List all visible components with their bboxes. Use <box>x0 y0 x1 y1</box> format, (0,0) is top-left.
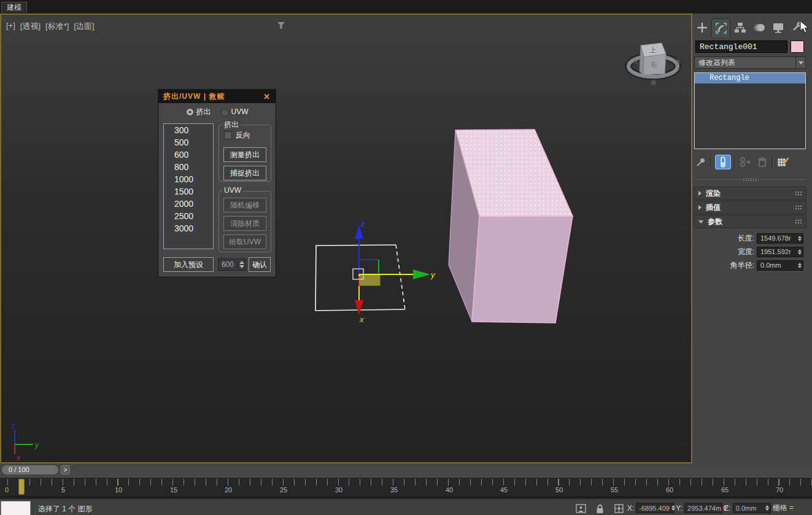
spinner-arrows[interactable] <box>796 263 803 268</box>
dialog-close-icon[interactable]: ✕ <box>263 92 271 101</box>
viewcube-top-text: 上 <box>649 46 656 53</box>
3dsmax-window: 建模 [+] [透视] [标准*] [边面] 西 东 南 上 右 <box>0 0 812 515</box>
snap-extrude-button[interactable]: 捕捉挤出 <box>223 166 266 180</box>
track-label: 45 <box>500 486 508 494</box>
invert-checkbox-row[interactable]: 反向 <box>224 130 250 141</box>
mini-listener[interactable] <box>1 501 31 515</box>
spinner-arrows[interactable] <box>764 505 770 511</box>
viewport-menu-edged-faces[interactable]: [边面] <box>74 21 94 32</box>
rollout-rendering[interactable]: 渲染 <box>694 187 806 200</box>
width-field[interactable]: 1951.592r <box>757 247 803 257</box>
tab-display[interactable] <box>768 18 787 37</box>
param-length-row: 长度: 1549.678r <box>738 233 803 244</box>
track-label: 50 <box>555 486 563 494</box>
panel-splitter[interactable] <box>695 179 806 180</box>
x-coordinate-field[interactable]: -6895.409 <box>636 503 674 513</box>
measure-extrude-button[interactable]: 测量挤出 <box>223 147 266 162</box>
spinner-arrows[interactable] <box>670 505 676 511</box>
y-coordinate-field[interactable]: 2953.474m <box>684 503 722 513</box>
status-icons <box>576 503 624 514</box>
absolute-mode-icon[interactable] <box>614 503 624 514</box>
tab-utilities[interactable] <box>787 18 806 37</box>
preset-item[interactable]: 300 <box>164 124 213 136</box>
preset-item[interactable]: 2500 <box>164 210 213 222</box>
track-label: 35 <box>390 486 398 494</box>
dialog-titlebar[interactable]: 挤出/UVW | 救赎 ✕ <box>158 90 276 103</box>
isolate-selection-icon[interactable] <box>576 504 586 513</box>
viewport-menu-shading[interactable]: [标准*] <box>45 21 69 32</box>
radio-uvw[interactable]: UVW <box>221 107 249 116</box>
preset-list[interactable]: 300 500 600 800 1000 1500 2000 2500 3000 <box>163 123 214 249</box>
tab-hierarchy[interactable] <box>730 18 749 37</box>
rollout-interpolation[interactable]: 插值 <box>694 201 806 214</box>
extrude-group-label: 挤出 <box>222 120 241 130</box>
random-offset-button[interactable]: 随机偏移 <box>223 198 266 212</box>
uvw-group: UVW 随机偏移 清除材质 拾取UVW <box>218 191 271 252</box>
spinner-arrows[interactable] <box>796 249 803 255</box>
chevron-right-icon <box>698 191 702 196</box>
preset-item[interactable]: 3000 <box>164 222 213 234</box>
ribbon-tab-modeling[interactable]: 建模 <box>1 2 27 13</box>
tab-motion[interactable] <box>749 18 768 37</box>
selection-lock-icon[interactable] <box>595 504 605 514</box>
divider <box>711 156 711 168</box>
y-label: Y: <box>676 504 682 513</box>
per-view-filter-icon[interactable] <box>276 20 286 30</box>
object-color-swatch[interactable] <box>791 41 804 53</box>
param-corner-radius-row: 角半径: 0.0mm <box>730 260 803 271</box>
tripod-y-label: y <box>34 441 39 449</box>
pin-stack-icon[interactable] <box>695 156 707 168</box>
show-end-result-button[interactable] <box>715 155 731 169</box>
track-label: 55 <box>611 486 618 494</box>
preset-item[interactable]: 500 <box>164 136 213 149</box>
remove-modifier-trash-icon[interactable] <box>756 156 768 168</box>
z-coordinate-field[interactable]: 0.0mm <box>733 503 771 513</box>
length-field[interactable]: 1549.678r <box>757 233 803 244</box>
object-name-field[interactable] <box>695 41 787 53</box>
spinner-arrows[interactable] <box>796 236 803 241</box>
stack-item-rectangle[interactable]: Rectangle <box>695 73 805 83</box>
perspective-viewport[interactable]: [+] [透视] [标准*] [边面] 西 东 南 上 右 <box>0 14 692 463</box>
viewcube[interactable]: 西 东 南 上 右 <box>622 32 684 90</box>
viewport-menu-general[interactable]: [+] <box>6 21 15 32</box>
modifier-stack[interactable]: Rectangle <box>694 72 806 149</box>
modifier-list-dropdown[interactable]: 修改器列表 <box>694 56 806 69</box>
world-axis-tripod: z y x <box>11 422 39 462</box>
preset-item[interactable]: 600 <box>164 149 213 161</box>
current-frame-marker[interactable] <box>18 479 25 495</box>
gizmo-y-label: y <box>430 270 436 279</box>
display-icon <box>771 21 785 34</box>
preset-item[interactable]: 2000 <box>164 198 213 210</box>
add-preset-button[interactable]: 加入预设 <box>163 257 214 272</box>
invert-checkbox[interactable] <box>224 131 232 139</box>
preset-item[interactable]: 800 <box>164 161 213 173</box>
spinner-arrows[interactable] <box>238 261 246 268</box>
clear-material-button[interactable]: 清除材质 <box>223 216 266 231</box>
mode-radio-group: 挤出 UVW <box>158 107 276 117</box>
preset-item[interactable]: 1500 <box>164 185 213 198</box>
tab-create[interactable] <box>692 18 711 37</box>
uvw-group-label: UVW <box>222 186 243 195</box>
pick-uvw-button[interactable]: 拾取UVW <box>223 234 266 249</box>
time-slider[interactable]: 0 / 100 <box>2 465 58 474</box>
gizmo-z-label: z <box>360 219 365 228</box>
rollout-parameters[interactable]: 参数 <box>694 215 806 228</box>
extruded-box <box>449 130 573 323</box>
preset-value-spinner[interactable]: 600 <box>218 258 246 271</box>
preset-item[interactable]: 1000 <box>164 173 213 185</box>
track-bar[interactable]: 0 5 10 15 20 25 30 35 40 45 50 55 60 65 … <box>0 477 812 498</box>
rectangle-spline <box>315 245 405 311</box>
viewport-menu-pov[interactable]: [透视] <box>20 21 41 32</box>
confirm-button[interactable]: 确认 <box>249 257 271 272</box>
make-unique-icon[interactable] <box>739 156 752 168</box>
next-frame-button[interactable]: > <box>61 465 70 474</box>
radio-extrude-dot[interactable] <box>186 108 194 116</box>
radio-uvw-dot[interactable] <box>221 109 229 117</box>
chevron-down-icon[interactable] <box>795 57 805 68</box>
corner-radius-field[interactable]: 0.0mm <box>757 260 803 271</box>
status-bar: 选择了 1 个 图形 X: -6895.409 Y: 2953.47 <box>0 498 812 515</box>
configure-modifier-sets-icon[interactable] <box>776 156 790 168</box>
tab-modify[interactable] <box>711 18 730 37</box>
move-gizmo: z y x <box>353 219 436 324</box>
radio-extrude[interactable]: 挤出 <box>186 107 211 117</box>
